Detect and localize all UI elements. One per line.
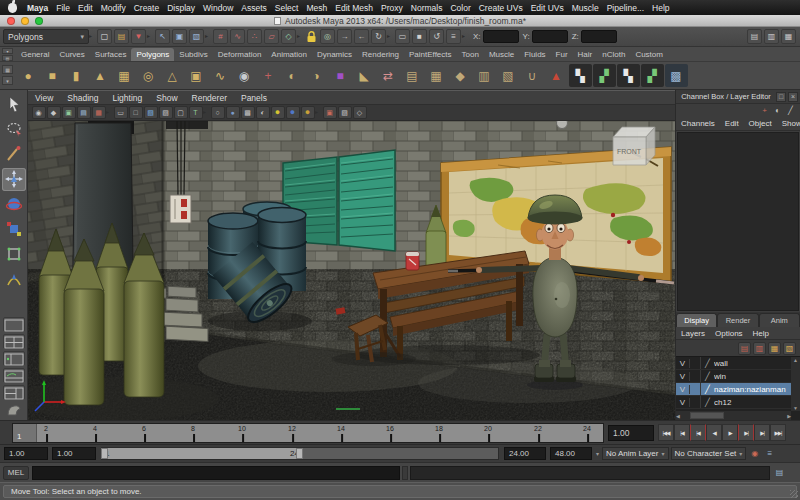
input-connections-icon[interactable]: → bbox=[337, 29, 352, 44]
gate-mask-icon[interactable]: ▧ bbox=[144, 106, 158, 119]
duplicate-face-icon[interactable]: ▤ bbox=[401, 64, 424, 87]
layout-single-pane-button[interactable] bbox=[3, 317, 25, 332]
edit-menu[interactable]: Edit bbox=[720, 119, 744, 128]
current-time-field[interactable]: 1.00 bbox=[608, 425, 654, 441]
default-material-ball-icon[interactable]: ● bbox=[271, 106, 285, 119]
scrollbar-thumb[interactable] bbox=[690, 412, 724, 419]
field-chart-icon[interactable]: ▨ bbox=[159, 106, 173, 119]
layer-tab-render[interactable]: Render bbox=[717, 313, 758, 327]
move-tool-button[interactable] bbox=[2, 168, 26, 191]
textured-mode-icon[interactable]: ▩ bbox=[241, 106, 255, 119]
layer-row-selected[interactable]: V ╱ naziman:nazianman bbox=[676, 383, 792, 396]
snap-to-curve-icon[interactable]: ∿ bbox=[230, 29, 245, 44]
poly-sphere-icon[interactable]: ● bbox=[17, 64, 40, 87]
soda-can[interactable] bbox=[406, 252, 419, 270]
wedge-face-icon[interactable]: ◣ bbox=[353, 64, 376, 87]
shelf-tab-fluids[interactable]: Fluids bbox=[519, 48, 550, 61]
shelf-tab-painteffects[interactable]: PaintEffects bbox=[404, 48, 457, 61]
shelf-tab-deformation[interactable]: Deformation bbox=[213, 48, 267, 61]
menu-assets[interactable]: Assets bbox=[237, 3, 271, 13]
section-divider[interactable] bbox=[89, 29, 96, 45]
range-slider-handle[interactable]: 1 24 bbox=[102, 448, 302, 459]
layer-row[interactable]: V ╱ wall bbox=[676, 357, 792, 370]
script-editor-icon[interactable]: ▤ bbox=[773, 466, 786, 479]
go-to-start-button[interactable]: |◀◀ bbox=[658, 424, 674, 441]
layout-editor-icon[interactable] bbox=[2, 402, 26, 419]
go-to-end-button[interactable]: ▶▶| bbox=[770, 424, 786, 441]
bookmarks-icon[interactable]: ▤ bbox=[77, 106, 91, 119]
front-cube[interactable]: FRONT bbox=[613, 127, 655, 165]
play-forward-button[interactable]: ▶ bbox=[722, 424, 738, 441]
select-tool-button[interactable] bbox=[2, 93, 26, 116]
layer-visibility-toggle[interactable]: V bbox=[676, 359, 690, 368]
panel-menu-lighting[interactable]: Lighting bbox=[105, 93, 149, 103]
menu-help[interactable]: Help bbox=[648, 3, 673, 13]
options-menu[interactable]: Options bbox=[710, 329, 748, 338]
scale-tool-button[interactable] bbox=[2, 217, 26, 240]
panel-menu-shading[interactable]: Shading bbox=[60, 93, 105, 103]
section-divider[interactable] bbox=[297, 29, 304, 45]
soft-modification-button[interactable] bbox=[2, 267, 26, 290]
show-channel-box-icon[interactable]: ▦ bbox=[781, 29, 796, 44]
play-backwards-button[interactable]: ◀ bbox=[706, 424, 722, 441]
shelf-tab-muscle[interactable]: Muscle bbox=[484, 48, 519, 61]
save-scene-icon[interactable]: ▼ bbox=[131, 29, 146, 44]
mel-label[interactable]: MEL bbox=[3, 466, 29, 480]
resize-grip[interactable] bbox=[790, 490, 798, 498]
anim-layer-dropdown[interactable]: No Anim Layer▾ bbox=[602, 447, 668, 460]
joint-xray-icon[interactable]: ◇ bbox=[353, 106, 367, 119]
select-by-hierarchy-icon[interactable]: ↖ bbox=[155, 29, 170, 44]
camera-attributes-icon[interactable]: ▣ bbox=[62, 106, 76, 119]
shelf-tab-rendering[interactable]: Rendering bbox=[357, 48, 404, 61]
layer-playback-toggle[interactable] bbox=[690, 370, 701, 382]
xray-mode-icon[interactable]: ▨ bbox=[338, 106, 352, 119]
shelf-tab-polygons[interactable]: Polygons bbox=[131, 48, 174, 61]
layer-visibility-toggle[interactable]: V bbox=[676, 398, 690, 407]
select-by-object-icon[interactable]: ▣ bbox=[172, 29, 187, 44]
shelf-tab-custom[interactable]: Custom bbox=[630, 48, 668, 61]
poly-helix-icon[interactable]: ∿ bbox=[209, 64, 232, 87]
lighting-mode-icon[interactable]: ◐ bbox=[256, 106, 270, 119]
layer-tab-display[interactable]: Display bbox=[676, 313, 717, 327]
show-menu[interactable]: Show bbox=[777, 119, 800, 128]
snap-to-grid-icon[interactable]: # bbox=[213, 29, 228, 44]
smooth-icon[interactable]: ◐ bbox=[281, 64, 304, 87]
command-input[interactable] bbox=[32, 466, 400, 480]
shaded-ball-icon[interactable]: ● bbox=[286, 106, 300, 119]
panel-menu-panels[interactable]: Panels bbox=[234, 93, 274, 103]
create-empty-layer-icon[interactable]: ▦ bbox=[768, 342, 781, 355]
menu-edit-uvs[interactable]: Edit UVs bbox=[527, 3, 568, 13]
create-layer-from-selected-icon[interactable]: ▧ bbox=[783, 342, 796, 355]
animation-preferences-icon[interactable]: ≡ bbox=[763, 447, 776, 460]
speed-contrast-icon[interactable]: ◐ bbox=[772, 105, 783, 116]
new-scene-icon[interactable]: ▢ bbox=[97, 29, 112, 44]
scroll-down-icon[interactable]: ▼ bbox=[791, 405, 800, 411]
menu-file[interactable]: File bbox=[52, 3, 74, 13]
shelf-tab-surfaces[interactable]: Surfaces bbox=[90, 48, 132, 61]
section-divider[interactable] bbox=[147, 29, 154, 45]
uv-checker-icon[interactable]: ▞ bbox=[641, 64, 664, 87]
poly-pipe-icon[interactable]: ▣ bbox=[185, 64, 208, 87]
step-back-key-button[interactable]: |◀ bbox=[690, 424, 706, 441]
menu-set-dropdown[interactable]: Polygons▾ bbox=[3, 29, 89, 44]
poly-cone-icon[interactable]: ▲ bbox=[89, 64, 112, 87]
shelf-tab-fur[interactable]: Fur bbox=[551, 48, 573, 61]
snap-to-plane-icon[interactable]: ▱ bbox=[264, 29, 279, 44]
panel-menu-show[interactable]: Show bbox=[149, 93, 184, 103]
reduce-icon[interactable]: ◑ bbox=[305, 64, 328, 87]
select-camera-icon[interactable]: ◉ bbox=[32, 106, 46, 119]
menu-create[interactable]: Create bbox=[130, 3, 164, 13]
poly-prism-icon[interactable]: △ bbox=[161, 64, 184, 87]
nparticle-emit-icon[interactable]: ▲ bbox=[545, 64, 568, 87]
delete-layer-icon[interactable]: ▥ bbox=[753, 342, 766, 355]
layer-visibility-toggle[interactable]: V bbox=[676, 385, 690, 394]
animation-start-field[interactable]: 1.00 bbox=[52, 447, 96, 460]
lasso-tool-button[interactable] bbox=[2, 118, 26, 141]
poly-cube-icon[interactable]: ■ bbox=[41, 64, 64, 87]
playback-start-field[interactable]: 1.00 bbox=[4, 447, 48, 460]
safe-action-icon[interactable]: ▢ bbox=[174, 106, 188, 119]
shelf-tab-general[interactable]: General bbox=[16, 48, 54, 61]
layer-playback-toggle[interactable] bbox=[690, 396, 701, 408]
uv-checker-icon[interactable]: ▚ bbox=[569, 64, 592, 87]
edit-layer-icon[interactable]: ▤ bbox=[738, 342, 751, 355]
